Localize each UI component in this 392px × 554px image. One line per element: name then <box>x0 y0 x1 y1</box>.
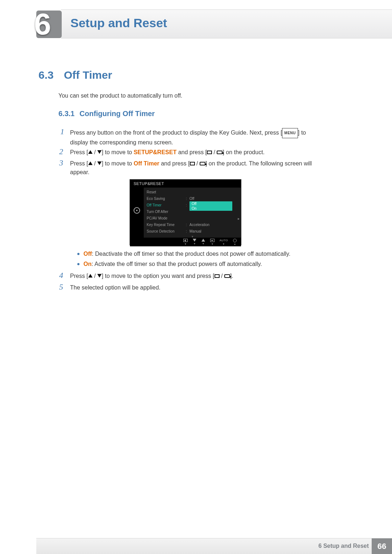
menu-badge-icon: MENU <box>282 128 298 138</box>
osd-label: Turn Off After <box>147 209 186 215</box>
osd-label: Source Detection <box>147 228 186 235</box>
step3-b: ] to move to <box>102 160 134 167</box>
osd-body: Reset Eco Saving:Off Off Timer: Turn Off… <box>130 188 241 238</box>
osd-row-reset: Reset <box>147 189 238 196</box>
osd-footer: ▾ ▾ ▾ ▾ AUTO▾ ▾ <box>130 238 241 246</box>
chapter-number: 6 <box>34 7 64 36</box>
bullet-dot <box>77 263 79 265</box>
bullet-on-text: : Activate the off timer so that the pro… <box>91 261 262 267</box>
chapter-title: Setup and Reset <box>70 16 167 30</box>
step3-a: Press [ <box>70 160 88 167</box>
osd-down-icon: ▾ <box>193 239 196 245</box>
footer-chapter-label: 6 Setup and Reset <box>318 543 369 549</box>
osd-auto-icon: AUTO▾ <box>220 239 228 246</box>
osd-value: Manual <box>189 228 201 235</box>
osd-up-icon: ▾ <box>201 239 205 245</box>
step-3-text: Press [ / ] to move to Off Timer and pre… <box>70 159 324 177</box>
step-4-text: Press [ / ] to move to the option you wa… <box>70 272 324 280</box>
osd-label: Key Repeat Time <box>147 222 186 228</box>
step-number-3: 3 <box>59 158 63 168</box>
osd-title: SETUP&RESET <box>130 180 241 188</box>
down-arrow-icon <box>97 150 102 154</box>
step2-e: ] on the product. <box>222 149 265 155</box>
down-arrow-icon <box>97 161 102 165</box>
rect-icon <box>207 151 212 154</box>
step-1-text: Press any button on the front of the pro… <box>70 128 324 147</box>
footer-page-number: 66 <box>372 538 392 554</box>
osd-label: Eco Saving <box>147 196 186 202</box>
setup-reset-keyword: SETUP&RESET <box>134 149 176 155</box>
section-number: 6.3 <box>38 69 54 81</box>
osd-left-column <box>130 188 144 238</box>
page-footer: 6 Setup and Reset 66 <box>36 538 392 554</box>
osd-label: PC/AV Mode <box>147 215 186 222</box>
step2-d: and press [ <box>176 149 207 155</box>
osd-screenshot: SETUP&RESET Reset Eco Saving:Off Off Tim… <box>130 179 241 245</box>
osd-value: Acceleration <box>189 222 209 228</box>
step3-d: and press [ <box>159 160 190 167</box>
osd-label: Reset <box>147 189 186 196</box>
bullet-on: On: Activate the off timer so that the p… <box>83 260 323 268</box>
osd-label: Off Timer <box>147 202 186 209</box>
page-header: 6 Setup and Reset <box>0 9 392 38</box>
osd-enter-icon: ▾ <box>210 239 215 246</box>
osd-row-keyrepeat: Key Repeat Time:Acceleration <box>147 222 238 228</box>
off-timer-keyword: Off Timer <box>134 160 159 167</box>
bullet-dot <box>77 253 79 255</box>
bullet-off-text: : Deactivate the off timer so that the p… <box>92 251 290 257</box>
osd-dropdown-off: Off <box>189 201 232 206</box>
up-arrow-icon <box>88 274 93 278</box>
subsection-number: 6.3.1 <box>58 110 74 118</box>
up-arrow-icon <box>88 150 93 154</box>
osd-power-icon: ▾ <box>233 239 237 246</box>
bullet-off-label: Off <box>83 251 92 257</box>
up-arrow-icon <box>88 161 93 165</box>
osd-dropdown-on: On <box>189 206 232 211</box>
down-arrow-icon <box>97 274 102 278</box>
step-number-2: 2 <box>59 147 63 156</box>
step4-a: Press [ <box>70 273 88 279</box>
step1-part-a: Press any button on the front of the pro… <box>70 130 282 136</box>
subsection-title: Configuring Off Timer <box>79 110 155 118</box>
step2-a: Press [ <box>70 149 88 155</box>
bullet-off: Off: Deactivate the off timer so that th… <box>83 250 323 258</box>
source-icon <box>217 151 222 154</box>
step-number-4: 4 <box>59 271 63 280</box>
step4-b: ] to move to the option you want and pre… <box>102 273 214 279</box>
step-5-text: The selected option will be applied. <box>70 283 324 292</box>
right-arrow-icon: ▸ <box>238 217 240 221</box>
osd-menu: Reset Eco Saving:Off Off Timer: Turn Off… <box>144 188 241 238</box>
osd-row-pcav: PC/AV Mode <box>147 215 238 222</box>
section-title: Off Timer <box>64 69 112 81</box>
source-icon <box>200 162 205 165</box>
rect-icon <box>190 162 195 165</box>
source-icon <box>224 274 230 278</box>
step2-b: ] to move to <box>102 149 134 155</box>
osd-dropdown: Off On <box>189 201 232 211</box>
step-number-1: 1 <box>60 127 64 136</box>
gear-icon <box>134 207 140 214</box>
osd-back-icon: ▾ <box>183 239 188 246</box>
osd-row-source: Source Detection:Manual <box>147 228 238 235</box>
osd-scroll-down-icon: ▾ <box>147 235 238 238</box>
step-number-5: 5 <box>59 282 63 292</box>
rect-icon <box>215 274 220 278</box>
step-2-text: Press [ / ] to move to SETUP&RESET and p… <box>70 148 324 157</box>
section-intro: You can set the product to automatically… <box>58 91 183 100</box>
bullet-on-label: On <box>83 261 91 267</box>
